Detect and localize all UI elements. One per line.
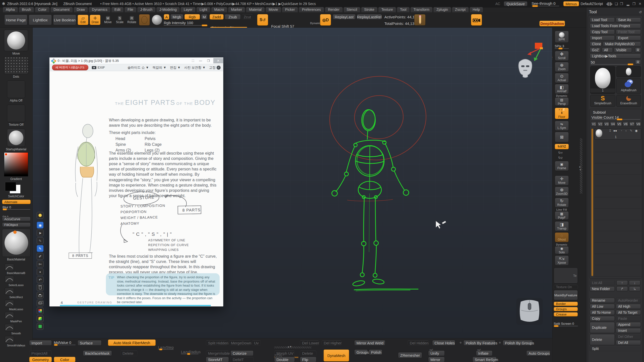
eraser-icon[interactable]: ✄: [37, 261, 44, 267]
tray-brush-item[interactable]: SelectLasso: [0, 275, 32, 287]
transp-button[interactable]: ◨Transp: [555, 221, 569, 231]
all-low-button[interactable]: All Low: [590, 304, 615, 309]
screenshot-icon[interactable]: [37, 292, 44, 299]
aahalf-button[interactable]: ◧AAHalf: [555, 84, 569, 94]
storemt-button[interactable]: StoreMT: [206, 357, 229, 362]
zcut-button[interactable]: Zcut: [242, 14, 253, 20]
tray-brush-item[interactable]: MaskPen: [0, 311, 32, 323]
import-button[interactable]: Import: [590, 35, 615, 40]
folder-down-button[interactable]: ↳: [629, 286, 640, 291]
colorize-button[interactable]: Colorize: [230, 350, 254, 356]
geometry-button[interactable]: Geometry: [29, 357, 52, 362]
bookmark-menu[interactable]: 책갈피 ▼: [152, 65, 166, 70]
floor-button[interactable]: x y Z⬇Floor: [555, 108, 569, 119]
flip-button[interactable]: Flip: [300, 357, 316, 362]
recent-tool-thumb[interactable]: [616, 66, 641, 77]
duplicate-button[interactable]: Duplicate: [590, 322, 615, 333]
menus-button[interactable]: Menus: [563, 1, 579, 6]
draw-button[interactable]: ✛Draw: [90, 15, 101, 25]
solo-button[interactable]: ◉Solo: [555, 246, 569, 254]
midvalue-slider[interactable]: MidValue 0: [54, 341, 75, 345]
simplebrush-thumb[interactable]: S SimpleBrush: [590, 95, 615, 107]
divider-config2-icon[interactable]: ❐: [620, 2, 623, 6]
seethrough-slider[interactable]: See-through 0: [532, 1, 559, 6]
splitscreen-slider[interactable]: Split Screen 0: [554, 322, 578, 326]
scroll-button[interactable]: ✥Scroll: [555, 51, 569, 61]
rename-button[interactable]: Rename: [590, 298, 615, 303]
morph-uv-button[interactable]: Morph UV: [274, 350, 295, 356]
maskbyfeature-button[interactable]: MaskByFeature: [554, 290, 578, 300]
mrgb-button[interactable]: Mrgb: [170, 14, 183, 20]
menu-item[interactable]: Document: [50, 7, 73, 12]
current-alpha-thumb[interactable]: [139, 14, 150, 26]
switch-color-widget[interactable]: [5, 182, 22, 194]
actual-button[interactable]: ⊙Actual: [555, 73, 569, 83]
auto-groups-button[interactable]: Auto Groups: [526, 350, 550, 356]
append-button[interactable]: Append: [616, 322, 641, 327]
viewer-maximize-icon[interactable]: ❐: [207, 59, 210, 63]
defaultzscript-button[interactable]: DefaultZScript: [581, 2, 603, 6]
alphabrush-thumb[interactable]: AlphaBrush: [616, 78, 641, 94]
mirror-button[interactable]: Mirror: [428, 357, 445, 362]
replaylast-button[interactable]: ReplayLast: [333, 14, 356, 20]
load-tools-project-button[interactable]: Load Tools From Project: [590, 23, 641, 28]
tool-palette-header[interactable]: Tool ↺: [589, 10, 642, 15]
rgb-intensity-slider[interactable]: Rgb Intensity 100: [164, 21, 208, 26]
restore-icon[interactable]: ❐: [632, 2, 636, 6]
menu-item[interactable]: Brush: [19, 7, 34, 12]
current-material-thumb[interactable]: [151, 14, 163, 26]
subtool-title[interactable]: Subtool: [593, 110, 606, 114]
split-hidden-button[interactable]: Split Hidden: [206, 340, 227, 346]
smart-resym-button[interactable]: Smart ReSym: [472, 357, 497, 362]
deepshadow-button[interactable]: DeepShadow: [539, 21, 565, 26]
menu-item[interactable]: File: [124, 7, 137, 12]
highlighter-icon[interactable]: ✐: [37, 253, 44, 260]
menu-item[interactable]: Material: [246, 7, 265, 12]
dynamesh-button[interactable]: DynaMesh: [324, 349, 349, 361]
camera-thumb[interactable]: [471, 14, 482, 26]
split-button[interactable]: Split: [590, 346, 641, 351]
texture-on-button[interactable]: Texture On: [554, 285, 578, 289]
delete-button[interactable]: Delete: [590, 334, 615, 345]
goz-visible-button[interactable]: Visible: [614, 48, 632, 53]
stroke-dots-thumb[interactable]: [4, 56, 28, 74]
bottom-scroll-arrows[interactable]: ▲▼: [287, 345, 292, 348]
subtool-down-button[interactable]: ↓: [629, 280, 640, 285]
vtab[interactable]: V1: [591, 122, 597, 127]
trash-icon[interactable]: [37, 284, 44, 291]
copy-subtool-button[interactable]: Copy: [590, 316, 615, 321]
menu-item[interactable]: Render: [325, 7, 343, 12]
del-higher-button[interactable]: Del Higher: [321, 340, 342, 346]
menu-item[interactable]: Picker: [282, 7, 298, 12]
polish-features-dot[interactable]: [459, 341, 462, 344]
light-icon[interactable]: [37, 212, 44, 219]
del-lower-button[interactable]: Del Lower: [300, 340, 319, 346]
menu-item[interactable]: Tool: [397, 7, 410, 12]
fillobject-button[interactable]: FillObject: [2, 222, 31, 227]
polish-by-groups-button[interactable]: Polish By Groups: [503, 340, 533, 346]
pen-disabled-icon[interactable]: ✎: [37, 237, 44, 244]
tablet-pressure-icon[interactable]: ◂|||| ||||▸: [606, 2, 612, 6]
basic-material-thumb[interactable]: [2, 229, 31, 257]
mergevisible-button[interactable]: MergeVisible: [206, 350, 229, 356]
vtab[interactable]: V5: [616, 122, 622, 127]
mirror-and-weld-button[interactable]: Mirror And Weld: [354, 340, 385, 346]
startup-material-thumb[interactable]: [7, 129, 25, 147]
accucurve-button[interactable]: AccuCurve: [2, 217, 31, 221]
eraserbrush-thumb[interactable]: EraserBrush: [616, 95, 641, 107]
menu-item[interactable]: J-Modeling: [156, 7, 180, 12]
home-page-button[interactable]: Home Page: [4, 15, 27, 25]
surface-button[interactable]: Surface: [77, 340, 102, 346]
subtool-eye-icon[interactable]: ◉: [635, 129, 637, 132]
subtool-item[interactable]: ↧ ●● ◔ ◑ ✎ ◉ 1: [594, 128, 641, 140]
polish-by-features-button[interactable]: Polish By Features: [463, 340, 496, 346]
replaylastrel-button[interactable]: ReplayLastRel: [357, 14, 382, 20]
zremesher-button[interactable]: ZRemesher: [398, 352, 422, 358]
delmt-button[interactable]: DelMT: [230, 357, 254, 362]
lsym-button[interactable]: ⇆L.Sym: [555, 121, 569, 131]
move-brush-thumb[interactable]: [4, 30, 28, 51]
menu-item[interactable]: Stroke: [361, 7, 378, 12]
draw-size-thumb[interactable]: ◎D: [320, 14, 331, 26]
close-holes-button[interactable]: Close Holes: [432, 340, 455, 346]
pen-tool-icon[interactable]: ✎: [37, 245, 44, 252]
